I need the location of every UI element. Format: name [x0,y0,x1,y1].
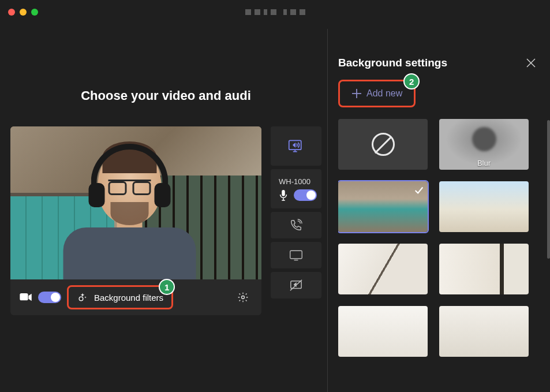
video-preview [10,126,261,279]
background-option-blur[interactable]: Blur [439,119,529,170]
mic-toggle[interactable] [294,189,317,201]
checkmark-icon [414,185,424,195]
gear-icon [237,292,249,303]
svg-rect-0 [20,293,28,300]
background-filters-button[interactable]: Background filters 1 [67,285,173,309]
speaker-off-icon [289,279,303,292]
callout-badge-1: 1 [159,279,175,295]
background-option-office[interactable] [338,181,428,232]
svg-rect-4 [282,189,285,196]
plus-icon [351,88,362,99]
background-settings-panel: Background settings Add new 2 Blur [327,29,545,392]
callout-badge-2: 2 [403,73,420,89]
add-new-background-button[interactable]: Add new 2 [338,80,416,107]
close-panel-button[interactable] [526,58,536,68]
maximize-window-button[interactable] [31,9,38,16]
audio-device-name: WH-1000 [279,177,310,186]
video-controls-bar: Background filters 1 [10,279,261,315]
background-option-beach[interactable] [439,181,529,232]
title-bar [0,0,550,24]
audio-device-tile[interactable] [271,126,321,166]
scrollbar[interactable] [547,120,550,259]
background-filters-label: Background filters [94,293,163,303]
camera-toggle[interactable] [38,292,61,303]
phone-audio-tile[interactable] [271,212,321,238]
microphone-icon [279,189,288,201]
svg-point-1 [79,297,83,301]
title-bar-redacted [245,9,305,15]
panel-title: Background settings [338,57,447,69]
window-controls [8,9,38,16]
background-option-white-room[interactable] [338,306,428,357]
screen-icon [289,249,303,261]
svg-line-7 [290,280,302,290]
video-settings-button[interactable] [234,288,252,307]
filters-icon [77,292,88,303]
background-options-grid: Blur [338,119,536,357]
phone-icon [290,219,302,232]
svg-rect-5 [290,251,302,259]
background-option-none[interactable] [338,119,428,170]
camera-icon [20,293,32,302]
background-option-mirror-room[interactable] [439,244,529,294]
page-title: Choose your video and audi [10,88,321,103]
blur-label: Blur [439,159,529,167]
mic-device-tile[interactable]: WH-1000 [271,169,321,208]
background-option-window-room[interactable] [338,244,428,294]
svg-point-2 [242,296,245,299]
computer-audio-icon [288,139,304,153]
video-card: Background filters 1 [10,126,261,315]
close-window-button[interactable] [8,9,15,16]
add-new-label: Add new [366,88,402,99]
minimize-window-button[interactable] [20,9,27,16]
room-audio-tile[interactable] [271,242,321,268]
none-icon [372,133,395,156]
background-option-minimal-room[interactable] [439,306,529,357]
left-panel: Choose your video and audi [0,29,327,392]
no-audio-tile[interactable] [271,272,321,298]
audio-controls-column: WH-1000 [271,126,321,315]
